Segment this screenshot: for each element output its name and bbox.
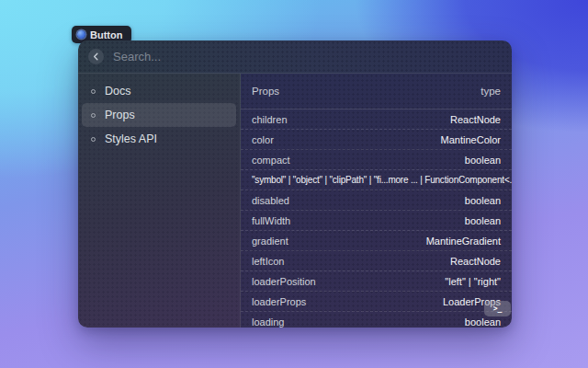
prop-name: loading (252, 316, 284, 328)
sidebar: Docs Props Styles API (78, 74, 241, 328)
circle-icon (91, 113, 96, 118)
table-row: color MantineColor (241, 130, 512, 150)
prop-name: color (252, 134, 274, 145)
sidebar-item-label: Styles API (105, 132, 157, 145)
table-row: leftIcon ReactNode (241, 251, 512, 271)
table-row: fullWidth boolean (241, 211, 512, 231)
props-table-header: Props type (241, 74, 512, 109)
prop-type: MantineColor (441, 134, 501, 145)
sidebar-item-label: Docs (105, 85, 130, 98)
props-panel: Props type children ReactNode color Mant… (241, 74, 512, 328)
prop-type: boolean (465, 215, 501, 226)
terminal-prompt-button[interactable]: >_ (484, 301, 511, 316)
table-row: compact boolean (241, 150, 512, 170)
header-props-label: Props (252, 86, 279, 97)
prop-name: leftIcon (252, 256, 284, 267)
prop-type: ReactNode (450, 256, 501, 267)
prop-type: boolean (465, 155, 501, 166)
sidebar-item-label: Props (105, 109, 135, 121)
table-row: disabled boolean (241, 190, 512, 211)
prop-name: compact (252, 155, 290, 166)
sidebar-item-props[interactable]: Props (82, 103, 236, 127)
prop-name: gradient (252, 236, 288, 247)
prop-type: boolean (465, 195, 501, 206)
prop-type: boolean (465, 316, 501, 328)
prop-name: loaderProps (252, 296, 306, 307)
search-input[interactable] (113, 50, 502, 63)
table-row-type-signature: "symbol" | "object" | "clipPath" | "fi..… (241, 170, 512, 190)
back-button[interactable] (88, 49, 104, 64)
blue-dot-icon (77, 30, 85, 39)
button-trigger-label: Button (90, 29, 122, 40)
table-row: gradient MantineGradient (241, 231, 512, 251)
chevron-left-icon (92, 52, 100, 61)
prop-name: fullWidth (252, 215, 290, 226)
header-type-label: type (481, 86, 501, 97)
modal-body: Docs Props Styles API Props type childre… (78, 74, 512, 328)
prop-type: MantineGradient (426, 236, 501, 247)
table-row: loading boolean (241, 312, 512, 328)
prop-type: "left" | "right" (445, 276, 501, 287)
circle-icon (91, 89, 96, 94)
prop-type: "symbol" | "object" | "clipPath" | "fi..… (252, 175, 512, 185)
sidebar-item-docs[interactable]: Docs (82, 79, 236, 103)
sidebar-item-styles-api[interactable]: Styles API (82, 127, 236, 151)
spotlight-modal: Docs Props Styles API Props type childre… (78, 40, 512, 328)
prop-name: loaderPosition (252, 276, 316, 287)
search-bar (78, 40, 512, 74)
table-row: loaderPosition "left" | "right" (241, 271, 512, 292)
prop-name: children (252, 114, 288, 125)
prop-type: ReactNode (450, 114, 501, 125)
circle-icon (91, 137, 96, 142)
table-row: loaderProps LoaderProps (241, 292, 512, 312)
table-row: children ReactNode (241, 109, 512, 130)
prop-name: disabled (252, 195, 289, 206)
